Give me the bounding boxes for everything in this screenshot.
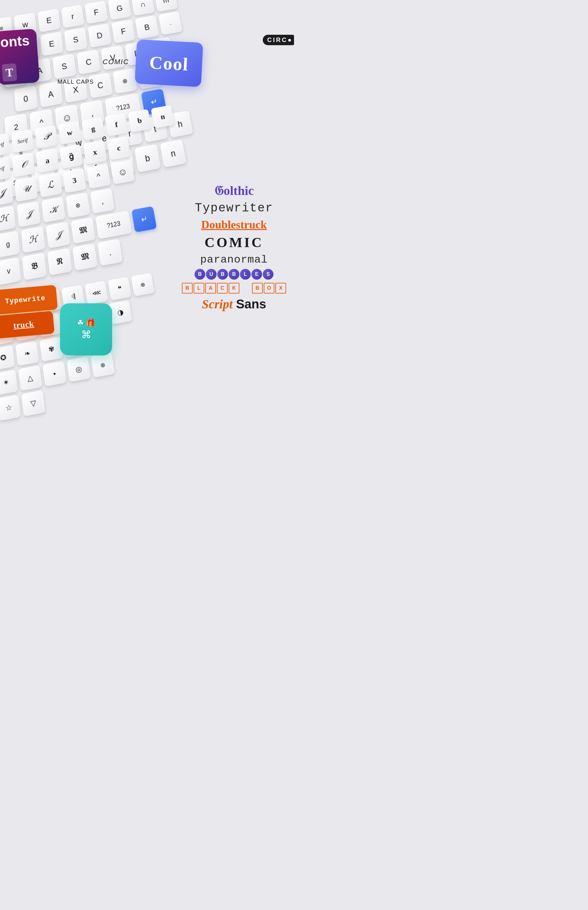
key-0[interactable]: 0 [14, 86, 38, 112]
key-i-script[interactable]: 𝒥 [0, 181, 13, 206]
key-b[interactable]: B [135, 15, 159, 39]
key-g-bl[interactable]: g [81, 117, 105, 141]
typewriter-style-row[interactable]: Typewriter [177, 201, 291, 215]
key-g2[interactable]: G [108, 0, 131, 20]
bubble-e: E [251, 269, 262, 280]
cool-label: Cool [149, 52, 189, 74]
key-m2[interactable]: m [154, 0, 178, 12]
teal-logo[interactable]: ☘ 🎁 ⌘ [60, 303, 112, 355]
box-a: A [205, 283, 216, 293]
key-j-script[interactable]: 𝒥 [17, 201, 41, 228]
key-v-bl[interactable]: v [0, 257, 21, 285]
key-serif[interactable]: Serif [0, 133, 10, 157]
key-sixstar[interactable]: ✶ [0, 370, 18, 396]
key-heart-ornament[interactable]: ❧ [16, 341, 39, 366]
small-caps-label: MALL CAPS [58, 78, 94, 85]
key-dot[interactable]: . [158, 11, 183, 35]
key-s[interactable]: S [64, 28, 87, 52]
key-p-script[interactable]: 𝒫 [34, 125, 58, 149]
teal-content: ☘ 🎁 ⌘ [77, 319, 95, 341]
key-serif2[interactable]: Serif [11, 129, 34, 153]
bubble-b3: B [229, 269, 239, 280]
script-sans-style-row[interactable]: Script Sans [177, 297, 291, 312]
typewriter-style-label: Typewriter [195, 201, 273, 215]
cmd-icon: ⌘ [81, 329, 91, 341]
key-c-bl[interactable]: c [107, 136, 131, 160]
key-tri-down[interactable]: ▽ [21, 390, 45, 416]
box-b: B [182, 283, 193, 293]
key-del2[interactable]: ⊗ [90, 352, 115, 378]
box-k: K [229, 283, 239, 293]
key-o-script[interactable]: 𝒪 [12, 152, 35, 177]
key-b-script[interactable]: 𝔅 [22, 253, 47, 280]
font-style-panel: 𝔊olthic Typewriter Doublestruck COMIC pa… [177, 183, 291, 315]
key-circle2[interactable]: ◎ [67, 357, 91, 382]
key-star3[interactable]: ☆ [0, 395, 21, 421]
bubble-s: S [263, 269, 273, 280]
doublestruck-style-row[interactable]: Doublestruck [177, 218, 291, 231]
comic-on-key: COMIC [103, 58, 129, 66]
key-union[interactable]: ∩ [131, 0, 155, 16]
key-circle-star[interactable]: ✪ [0, 345, 15, 370]
key-comma2[interactable]: , [90, 188, 115, 214]
key-delete-sym[interactable]: ⊗ [131, 273, 155, 296]
key-f-bl[interactable]: f [105, 113, 128, 137]
key-n2-bl[interactable]: 𝔑 [47, 248, 72, 275]
key-s2[interactable]: S [52, 54, 76, 79]
key-k-script[interactable]: 𝒦 [41, 197, 66, 223]
paranormal-style-row[interactable]: paranormal [177, 254, 291, 266]
teal-icons-row: ☘ 🎁 [77, 319, 95, 327]
key-g-bl2[interactable]: g [0, 231, 20, 258]
key-x-bl[interactable]: x [83, 140, 107, 165]
gift-icon: 🎁 [86, 319, 95, 327]
key-f[interactable]: F [85, 1, 108, 24]
key-c2[interactable]: C [88, 72, 113, 98]
circ-badge: CIRC● [263, 35, 294, 45]
fonts-t-icon: T [2, 63, 17, 81]
key-123-mid[interactable]: ?123 [95, 210, 132, 239]
key-r[interactable]: r [61, 5, 84, 28]
box-x: X [275, 283, 286, 293]
key-flower3[interactable]: ✾ [39, 337, 63, 362]
key-dot-small[interactable]: • [42, 361, 67, 387]
key-j2-bl[interactable]: 𝒥 [46, 222, 70, 248]
box-space [240, 283, 251, 293]
key-serif3[interactable]: Serif [0, 157, 11, 182]
comic-style-row[interactable]: COMIC [177, 235, 291, 251]
key-s-bl[interactable]: g̈ [59, 144, 83, 169]
key-l-script[interactable]: ℒ [39, 172, 63, 198]
key-tri-up[interactable]: △ [18, 365, 42, 391]
bubbles-style-row[interactable]: B U B B L E S [177, 269, 291, 280]
key-dot4[interactable]: . [97, 238, 123, 266]
blackbox-style-row[interactable]: B L A C K B O X [177, 283, 291, 293]
key-b-bl[interactable]: b [128, 109, 152, 133]
key-m4-bl[interactable]: 𝔐 [72, 243, 98, 271]
fonts-logo[interactable]: onts T [0, 29, 40, 85]
key-d[interactable]: D [88, 23, 112, 48]
key-n-bl[interactable]: n [151, 105, 174, 129]
key-del-mid[interactable]: ⊗ [66, 193, 90, 219]
key-e2[interactable]: E [40, 32, 63, 56]
cool-logo[interactable]: Cool [134, 39, 203, 87]
key-e[interactable]: E [37, 8, 61, 32]
bubble-l: L [240, 269, 251, 280]
key-emoji2[interactable]: ☺ [110, 160, 135, 185]
key-a-bl[interactable]: a [36, 149, 59, 173]
key-caret2[interactable]: ^ [87, 164, 111, 189]
bubble-u: U [206, 269, 216, 280]
key-c[interactable]: C [77, 49, 101, 74]
key-arrow-tri[interactable]: ⋘ [85, 281, 108, 304]
key-h-script[interactable]: ℋ [0, 206, 16, 232]
key-u-script[interactable]: 𝒰 [14, 176, 38, 202]
key-w-bl[interactable]: w [58, 121, 81, 145]
key-h2-bl[interactable]: ℋ [21, 226, 45, 253]
sans-label: Sans [236, 297, 266, 311]
key-f2[interactable]: F [111, 19, 136, 44]
key-z-bl[interactable]: 3 [63, 168, 87, 193]
key-quote[interactable]: ❝ [108, 277, 131, 301]
key-delete[interactable]: ⊗ [112, 68, 137, 94]
gothic-style-row[interactable]: 𝔊olthic [177, 183, 291, 198]
comic-style-label: COMIC [205, 235, 263, 250]
key-m3-bl[interactable]: 𝔐 [71, 217, 96, 244]
key-return-mid[interactable]: ↵ [131, 206, 157, 232]
